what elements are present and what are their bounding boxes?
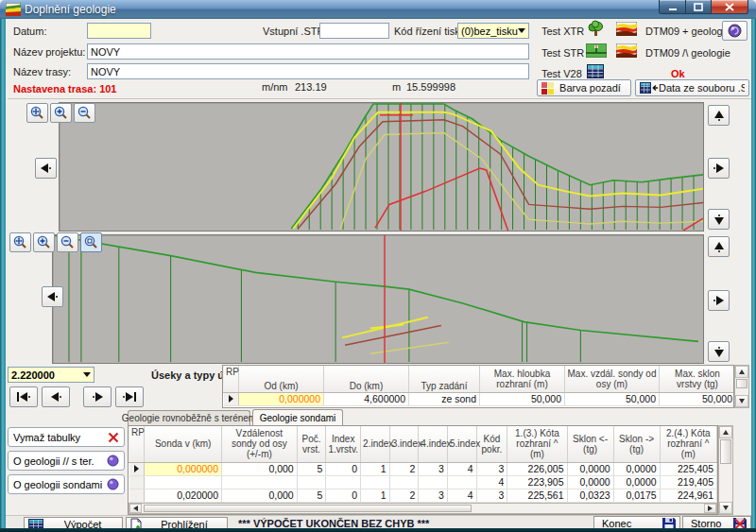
nav-prev-button[interactable] xyxy=(42,386,70,407)
table-cell[interactable]: 225,561 xyxy=(507,489,567,502)
nazev-projektu-input[interactable] xyxy=(87,43,529,60)
scrollbar-thumb[interactable] xyxy=(144,505,472,512)
table-cell[interactable]: 4 xyxy=(476,475,507,489)
table-cell[interactable]: 2 xyxy=(389,489,419,502)
table-cell[interactable]: 5 xyxy=(297,462,326,475)
column-header[interactable]: 1.(3.) Kóta rozhraní ^ (m) xyxy=(507,426,567,462)
scroll-down-button-2[interactable] xyxy=(708,341,730,362)
table-cell[interactable]: 4 xyxy=(447,462,476,475)
column-header[interactable]: Sklon -> (tg) xyxy=(613,426,660,462)
datum-input[interactable] xyxy=(87,23,151,39)
scrollbar-track[interactable] xyxy=(142,504,704,513)
zoom-in-button-1[interactable] xyxy=(50,103,72,123)
table-cell[interactable]: 0,020000 xyxy=(145,489,222,502)
table-cell[interactable]: 4,600000 xyxy=(324,392,409,405)
table-row[interactable]: 0,0000004,600000ze sond50,00050,00050,00… xyxy=(224,392,735,405)
table-cell[interactable]: 50,000 xyxy=(565,392,660,405)
zoom-out-button-1[interactable] xyxy=(74,103,95,123)
table-cell[interactable]: 0,000 xyxy=(222,462,298,475)
scrollbar-thumb[interactable] xyxy=(720,439,731,464)
nazev-trasy-input[interactable] xyxy=(87,63,529,79)
table-cell[interactable]: 3 xyxy=(476,462,507,475)
table-cell[interactable]: 50,000 xyxy=(480,392,565,405)
column-header[interactable]: Max. vzdál. sondy od osy (m) xyxy=(565,366,660,392)
scroll-right-button-2[interactable] xyxy=(708,290,730,311)
column-header[interactable]: Index 1.vrstv. xyxy=(326,426,361,462)
o-geologii-ter-button[interactable]: O geologii // s ter. xyxy=(8,451,125,471)
scrollbar-thumb[interactable] xyxy=(736,379,747,388)
longitudinal-canvas[interactable] xyxy=(53,235,703,363)
scroll-up-button-2[interactable] xyxy=(708,236,730,257)
row-marker[interactable] xyxy=(129,489,145,502)
column-header[interactable]: Sonda v (km) xyxy=(145,426,222,462)
column-header[interactable]: Typ zadání xyxy=(409,366,480,392)
table-cell[interactable]: 0,000000 xyxy=(239,392,324,405)
table-cell[interactable]: 0 xyxy=(326,462,361,475)
maximize-button[interactable] xyxy=(686,0,712,14)
pan-zoom-button-1[interactable] xyxy=(26,103,48,123)
column-header[interactable]: 5.index xyxy=(447,426,476,462)
barva-pozadi-button[interactable]: Barva pozadí xyxy=(537,79,631,96)
scrollbar-right-button[interactable] xyxy=(704,504,716,513)
column-header[interactable]: Vzdálenost sondy od osy (+/-m) xyxy=(222,426,298,462)
scroll-right-button-1[interactable] xyxy=(708,158,730,179)
table-cell[interactable] xyxy=(326,475,361,489)
row-marker[interactable] xyxy=(224,392,239,405)
table-cell[interactable] xyxy=(297,475,326,489)
column-header[interactable]: 3.index xyxy=(389,426,419,462)
table-cell[interactable]: 0,0175 xyxy=(613,489,660,502)
column-header[interactable]: Sklon <- (tg) xyxy=(567,426,613,462)
tab-geologie-sondami[interactable]: Geologie sondami xyxy=(252,409,343,425)
scrollbar-track[interactable] xyxy=(719,438,732,502)
table-cell[interactable]: 2 xyxy=(389,462,419,475)
column-header[interactable]: Max. hloubka rozhraní (m) xyxy=(480,366,565,392)
column-header[interactable]: Od (km) xyxy=(239,366,324,392)
kod-tisku-select[interactable]: (0)bez_tisku xyxy=(457,23,529,39)
column-header[interactable]: Max. sklon vrstvy (tg) xyxy=(660,366,735,392)
table-cell[interactable]: 0,0000 xyxy=(613,475,660,489)
scrollbar-left-button[interactable] xyxy=(129,504,142,513)
tab-geologie-rovnobezne[interactable]: Geologie rovnoběžně s terénem xyxy=(128,410,250,425)
table-row[interactable]: 4223,9050,00000,0000219,405 xyxy=(129,475,717,489)
table-cell[interactable]: 226,005 xyxy=(507,462,567,475)
table-cell[interactable]: 0,0323 xyxy=(567,489,613,502)
table-cell[interactable] xyxy=(447,475,476,489)
zoom-window-button-2[interactable] xyxy=(80,232,102,252)
scroll-left-button-2[interactable] xyxy=(42,286,63,307)
scrollbar-down-button[interactable] xyxy=(735,395,748,407)
table-cell[interactable]: 0,0000 xyxy=(613,462,660,475)
table-cell[interactable] xyxy=(361,475,390,489)
table-cell[interactable]: 1 xyxy=(361,462,390,475)
scrollbar-up-button[interactable] xyxy=(735,366,748,378)
profile-canvas[interactable] xyxy=(60,103,703,231)
column-header[interactable]: Poč. vrst. xyxy=(297,426,326,462)
table-cell[interactable]: 0,000 xyxy=(222,489,298,502)
data-str-button[interactable]: Data ze souboru .STR xyxy=(635,79,749,96)
nav-last-button[interactable] xyxy=(115,386,144,407)
table-cell[interactable]: 225,405 xyxy=(660,462,716,475)
table-cell[interactable]: 224,961 xyxy=(660,489,716,502)
zoom-in-button-2[interactable] xyxy=(33,232,55,252)
table-cell[interactable]: 0,0000 xyxy=(567,475,613,489)
scrollbar-track[interactable] xyxy=(735,378,748,395)
sondy-table-vscrollbar[interactable] xyxy=(718,425,733,515)
table-cell[interactable]: ze sond xyxy=(409,392,480,405)
table-cell[interactable] xyxy=(222,475,298,489)
o-geologii-sondami-button[interactable]: O geologii sondami xyxy=(8,474,125,494)
column-header[interactable]: 4.index xyxy=(419,426,448,462)
column-header[interactable]: Do (km) xyxy=(324,366,409,392)
column-header[interactable]: 2.(4.) Kóta rozhraní ^ (m) xyxy=(660,426,716,462)
table-cell[interactable]: 219,405 xyxy=(660,475,716,489)
table-cell[interactable] xyxy=(145,475,222,489)
sondy-table-hscrollbar[interactable] xyxy=(129,503,717,514)
info-swirl-button[interactable] xyxy=(722,21,747,41)
close-button[interactable] xyxy=(712,0,748,14)
zoom-out-button-2[interactable] xyxy=(57,232,78,252)
table-cell[interactable]: 3 xyxy=(419,462,448,475)
table-row[interactable]: 0,0000000,0005012343226,0050,00000,00002… xyxy=(129,462,717,475)
table-cell[interactable]: 50,000 xyxy=(660,392,735,405)
table-cell[interactable]: 0,0000 xyxy=(567,462,613,475)
pan-zoom-button-2[interactable] xyxy=(9,232,31,252)
table-cell[interactable] xyxy=(419,475,448,489)
row-marker[interactable] xyxy=(129,462,145,475)
